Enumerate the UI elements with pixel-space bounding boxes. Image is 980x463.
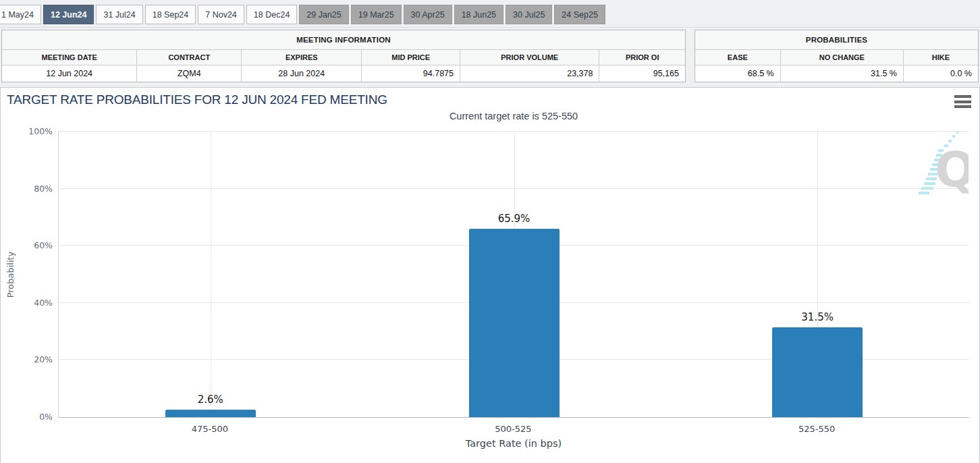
column-header-prior-oi: PRIOR OI <box>599 50 685 65</box>
tab-bar-divider <box>0 24 980 28</box>
meeting-information-value-row: 12 Jun 2024 ZQM4 28 Jun 2024 94.7875 23,… <box>2 65 685 82</box>
meeting-tab-bar: 1 May2412 Jun2431 Jul2418 Sep247 Nov2418… <box>0 0 980 24</box>
meeting-tab-18-jun25[interactable]: 18 Jun25 <box>454 5 503 24</box>
hike-probability-value: 0.0 % <box>903 65 978 82</box>
plot-area: 2.6%65.9%31.5% <box>58 132 969 418</box>
meeting-tab-19-mar25[interactable]: 19 Mar25 <box>351 5 402 24</box>
column-header-no-change: NO CHANGE <box>780 50 903 65</box>
y-tick-label: 40% <box>12 298 53 308</box>
menu-bar <box>954 101 971 103</box>
bar-525-550[interactable] <box>772 327 863 417</box>
bar-value-label: 65.9% <box>467 213 562 225</box>
meeting-tab-31-jul24[interactable]: 31 Jul24 <box>96 5 142 24</box>
meeting-information-header-row: MEETING DATE CONTRACT EXPIRES MID PRICE … <box>2 50 685 65</box>
ease-probability-value: 68.5 % <box>695 65 780 82</box>
mid-price-value: 94.7875 <box>361 65 460 82</box>
y-tick-label: 20% <box>12 354 53 364</box>
meeting-tab-1-may24[interactable]: 1 May24 <box>0 5 41 24</box>
no-change-probability-value: 31.5 % <box>780 65 903 82</box>
prior-volume-value: 23,378 <box>460 65 599 82</box>
meeting-information-table: MEETING INFORMATION MEETING DATE CONTRAC… <box>1 30 686 82</box>
probabilities-table: PROBABILITIES EASE NO CHANGE HIKE 68.5 %… <box>695 30 979 82</box>
column-header-hike: HIKE <box>903 50 978 65</box>
watermark-q-icon: Q <box>917 130 969 196</box>
chart-subtitle: Current target rate is 525-550 <box>450 111 578 121</box>
probabilities-title: PROBABILITIES <box>695 30 978 50</box>
x-axis-title: Target Rate (in bps) <box>466 438 562 449</box>
x-category-label: 500-525 <box>466 424 561 434</box>
meeting-tab-12-jun24[interactable]: 12 Jun24 <box>43 5 94 24</box>
column-header-expires: EXPIRES <box>241 50 361 65</box>
x-category-label: 525-550 <box>769 424 864 434</box>
x-category-label: 475-500 <box>163 424 257 434</box>
bar-500-525[interactable] <box>469 229 560 417</box>
expires-value: 28 Jun 2024 <box>241 65 361 82</box>
column-header-meeting-date: MEETING DATE <box>2 50 136 65</box>
meeting-tab-18-dec24[interactable]: 18 Dec24 <box>246 5 298 24</box>
y-tick-label: 0% <box>12 412 53 422</box>
meeting-tab-29-jan25[interactable]: 29 Jan25 <box>299 5 348 24</box>
column-header-ease: EASE <box>695 50 780 65</box>
column-header-prior-volume: PRIOR VOLUME <box>460 50 599 65</box>
meeting-tab-24-sep25[interactable]: 24 Sep25 <box>554 5 605 24</box>
hamburger-menu-icon[interactable] <box>954 95 971 108</box>
chart-title: TARGET RATE PROBABILITIES FOR 12 JUN 202… <box>7 92 387 107</box>
meeting-tab-7-nov24[interactable]: 7 Nov24 <box>198 5 244 24</box>
menu-bar <box>954 105 971 108</box>
meeting-information-title: MEETING INFORMATION <box>2 30 685 50</box>
bar-value-label: 2.6% <box>163 393 258 406</box>
y-axis-title: Probability <box>5 252 16 298</box>
contract-value: ZQM4 <box>136 65 241 82</box>
target-rate-chart-panel: TARGET RATE PROBABILITIES FOR 12 JUN 202… <box>0 87 980 463</box>
summary-tables-row: MEETING INFORMATION MEETING DATE CONTRAC… <box>1 30 979 82</box>
meeting-tab-30-apr25[interactable]: 30 Apr25 <box>404 5 452 24</box>
y-tick-label: 60% <box>12 240 53 250</box>
svg-text:Q: Q <box>935 141 969 196</box>
y-tick-label: 80% <box>12 184 53 194</box>
prior-oi-value: 95,165 <box>599 65 685 82</box>
y-tick-label: 100% <box>12 126 53 136</box>
column-header-contract: CONTRACT <box>136 50 241 65</box>
probabilities-value-row: 68.5 % 31.5 % 0.0 % <box>695 65 978 82</box>
column-header-mid-price: MID PRICE <box>361 50 460 65</box>
meeting-tab-18-sep24[interactable]: 18 Sep24 <box>145 5 196 24</box>
meeting-date-value: 12 Jun 2024 <box>2 65 136 82</box>
bar-value-label: 31.5% <box>770 311 865 323</box>
gridline-x <box>211 132 211 417</box>
bar-475-500[interactable] <box>165 410 256 417</box>
meeting-tab-30-jul25[interactable]: 30 Jul25 <box>506 5 552 24</box>
menu-bar <box>954 95 971 98</box>
probabilities-header-row: EASE NO CHANGE HIKE <box>695 50 978 65</box>
